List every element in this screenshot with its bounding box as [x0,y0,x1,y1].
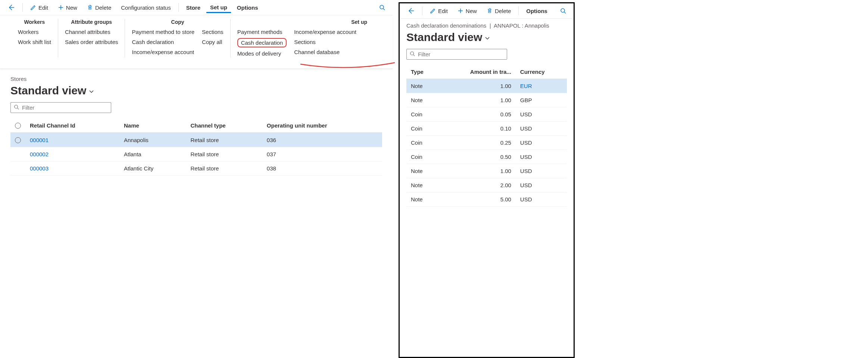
plus-icon [458,8,463,14]
cell-channel-type: Retail store [186,133,262,147]
table-row[interactable]: 000002AtlantaRetail store037 [10,147,382,161]
col-oun[interactable]: Operating unit number [262,118,382,133]
table-row[interactable]: Coin0.25USD [406,136,567,150]
col-channel-type[interactable]: Channel type [186,118,262,133]
filter-icon [14,104,19,111]
ribbon-link-sales-attrs[interactable]: Sales order attributes [65,38,118,46]
cell-currency[interactable]: USD [516,107,567,122]
plus-icon [58,4,64,10]
cell-retail-id[interactable]: 000002 [25,147,119,161]
tab-options[interactable]: Options [233,2,262,13]
config-status-label: Configuration status [121,4,171,11]
cell-currency[interactable]: USD [516,178,567,192]
ribbon-group-title: Attribute groups [65,19,118,25]
view-title-text: Standard view [406,31,482,44]
cell-currency[interactable]: USD [516,136,567,150]
view-selector[interactable]: Standard view [406,31,567,44]
col-currency[interactable]: Currency [516,65,567,79]
row-selector[interactable] [10,147,25,161]
cell-retail-id[interactable]: 000003 [25,161,119,176]
table-row[interactable]: Coin0.10USD [406,122,567,136]
cell-currency[interactable]: USD [516,150,567,164]
table-row[interactable]: Coin0.50USD [406,150,567,164]
tab-options[interactable]: Options [522,6,551,16]
cell-type: Note [406,178,439,192]
ribbon-link-cash-declaration[interactable]: Cash declaration [237,38,287,47]
right-header: Cash declaration denominations | ANNAPOL… [400,19,574,207]
chevron-down-icon [88,84,94,97]
cell-currency[interactable]: EUR [516,79,567,93]
cell-amount: 1.00 [439,93,515,107]
cell-channel-type: Retail store [186,147,262,161]
trash-icon [87,4,93,10]
ribbon-setup: Workers Workers Work shift list Attribut… [0,15,393,69]
breadcrumb-page: Cash declaration denominations [406,22,486,29]
col-name[interactable]: Name [119,118,186,133]
filter-input[interactable] [22,104,108,111]
filter-icon [410,51,415,57]
filter-input-wrapper[interactable] [10,102,111,113]
ribbon-link-work-shift[interactable]: Work shift list [18,38,51,46]
cell-amount: 0.25 [439,136,515,150]
filter-input-wrapper[interactable] [406,49,507,60]
ribbon-link-workers[interactable]: Workers [18,28,51,36]
ribbon-link-payment-methods[interactable]: Payment methods [237,28,287,36]
row-selector[interactable] [10,161,25,176]
table-row[interactable]: Coin0.05USD [406,107,567,122]
table-row[interactable]: 000003Atlantic CityRetail store038 [10,161,382,176]
edit-button[interactable]: Edit [26,2,52,13]
divider [422,6,422,15]
ribbon-link-modes-delivery[interactable]: Modes of delivery [237,50,287,57]
ribbon-link-sections[interactable]: Sections [294,38,356,46]
config-status-button[interactable]: Configuration status [117,2,174,13]
trash-icon [487,8,493,14]
delete-button[interactable]: Delete [83,2,115,13]
table-row[interactable]: Note2.00USD [406,178,567,192]
ribbon-link-income-expense[interactable]: Income/expense account [294,28,356,36]
cell-currency[interactable]: USD [516,192,567,207]
search-button[interactable] [556,6,570,16]
select-all-header[interactable] [10,118,25,133]
ribbon-link-copy-cash[interactable]: Cash declaration [132,38,194,46]
back-button[interactable] [4,1,19,13]
cell-type: Coin [406,136,439,150]
search-button[interactable] [375,2,389,13]
cell-currency[interactable]: GBP [516,93,567,107]
tab-setup[interactable]: Set up [206,2,231,13]
delete-button[interactable]: Delete [483,6,515,16]
action-toolbar: Edit New Delete Configuration status Sto… [0,0,393,15]
ribbon-link-channel-db[interactable]: Channel database [294,48,356,56]
cell-amount: 0.10 [439,122,515,136]
table-row[interactable]: Note1.00USD [406,164,567,178]
tab-store[interactable]: Store [182,2,204,13]
ribbon-group-title: Set up [237,19,375,25]
col-type[interactable]: Type [406,65,439,79]
ribbon-link-copy-payment[interactable]: Payment method to store [132,28,194,36]
table-row[interactable]: Note1.00EUR [406,79,567,93]
cell-retail-id[interactable]: 000001 [25,133,119,147]
filter-input[interactable] [418,51,504,57]
tab-options-label: Options [237,4,258,11]
back-arrow-icon [7,4,15,11]
view-selector[interactable]: Standard view [10,84,382,97]
ribbon-link-copy-sections[interactable]: Sections [202,28,224,36]
back-button[interactable] [403,5,418,17]
ribbon-link-copy-income[interactable]: Income/expense account [132,48,194,56]
ribbon-link-channel-attrs[interactable]: Channel attributes [65,28,118,36]
ribbon-group-title: Copy [132,19,223,25]
col-amount[interactable]: Amount in tra... [439,65,515,79]
table-row[interactable]: 000001AnnapolisRetail store036 [10,133,382,147]
ribbon-link-copy-all[interactable]: Copy all [202,38,224,46]
col-retail-channel[interactable]: Retail Channel Id [25,118,119,133]
edit-button[interactable]: Edit [426,6,452,16]
page-label: Stores [10,76,382,82]
cell-oun: 038 [262,161,382,176]
cell-currency[interactable]: USD [516,164,567,178]
cell-currency[interactable]: USD [516,122,567,136]
table-row[interactable]: Note5.00USD [406,192,567,207]
new-button[interactable]: New [54,2,81,13]
cell-type: Note [406,93,439,107]
new-button[interactable]: New [454,6,481,16]
table-row[interactable]: Note1.00GBP [406,93,567,107]
row-selector[interactable] [10,133,25,147]
